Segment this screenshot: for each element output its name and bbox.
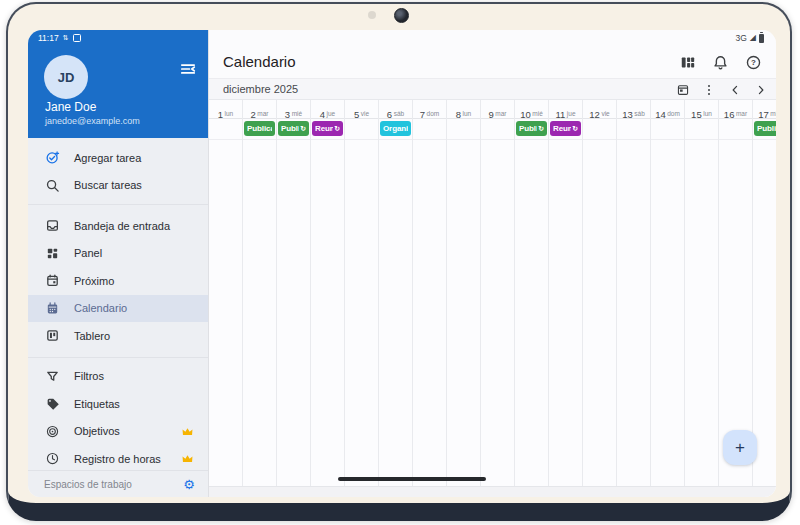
kebab-menu-icon (702, 83, 716, 97)
event-label: Public (519, 124, 537, 133)
event-label: Public (281, 124, 299, 133)
avatar[interactable]: JD (44, 55, 88, 99)
day-cell[interactable] (515, 140, 548, 487)
collapse-sidebar-button[interactable] (178, 60, 198, 80)
calendar-event[interactable]: Reuni↻ (312, 121, 343, 136)
event-slot (447, 119, 480, 140)
calendar-event[interactable]: Reuni↻ (550, 121, 581, 136)
calendar-event[interactable]: Public↻ (278, 121, 309, 136)
day-cell[interactable] (277, 140, 310, 487)
sidebar-item-calendario[interactable]: Calendario (28, 295, 208, 323)
day-column: 14dom (651, 100, 685, 487)
calendar-event[interactable]: Publicar (244, 121, 275, 136)
notification-app-icon (73, 34, 81, 42)
day-header[interactable]: 16mar (719, 100, 752, 119)
sidebar-item-buscar-tareas[interactable]: Buscar tareas (28, 172, 208, 200)
sidebar-item-agregar-tarea[interactable]: Agregar tarea (28, 144, 208, 172)
gesture-bar[interactable] (338, 477, 486, 481)
day-column: 5vie (345, 100, 379, 487)
day-name: mié (292, 110, 302, 117)
day-column: 17miéPublicar (753, 100, 776, 487)
sidebar-item-objetivos[interactable]: Objetivos (28, 418, 208, 446)
day-header[interactable]: 3mié (277, 100, 310, 119)
calendar-icon (44, 300, 60, 316)
day-cell[interactable] (447, 140, 480, 487)
view-switcher-button[interactable] (679, 54, 696, 71)
help-button[interactable]: ? (745, 54, 762, 71)
period-label: diciembre 2025 (223, 79, 298, 100)
camera-dot (394, 8, 409, 23)
day-cell[interactable] (209, 140, 242, 487)
day-cell[interactable] (549, 140, 582, 487)
day-header[interactable]: 5vie (345, 100, 378, 119)
sidebar-quick-actions: Agregar tareaBuscar tareas (28, 138, 208, 205)
event-slot: Public↻ (277, 119, 310, 140)
event-label: Reuni (315, 124, 333, 133)
day-cell[interactable] (685, 140, 718, 487)
day-header[interactable]: 2mar (243, 100, 276, 119)
add-task-fab[interactable]: + (723, 430, 757, 465)
day-header[interactable]: 11jue (549, 100, 582, 119)
repeat-icon: ↻ (300, 125, 306, 133)
sidebar-item-etiquetas[interactable]: Etiquetas (28, 390, 208, 418)
day-cell[interactable] (379, 140, 412, 487)
day-header[interactable]: 15lun (685, 100, 718, 119)
event-slot (719, 119, 752, 140)
repeat-icon: ↻ (538, 125, 544, 133)
day-header[interactable]: 14dom (651, 100, 684, 119)
day-cell[interactable] (345, 140, 378, 487)
day-column: 3miéPublic↻ (277, 100, 311, 487)
day-cell[interactable] (583, 140, 616, 487)
sidebar-item-registro-de-horas[interactable]: Registro de horas (28, 445, 208, 473)
day-cell[interactable] (651, 140, 684, 487)
day-column: 15lun (685, 100, 719, 487)
next-button[interactable] (753, 82, 768, 97)
screen: 11:17 ⇅ 3G ◢ JD Jane Doe janedoe@example… (28, 30, 776, 497)
day-cell[interactable] (311, 140, 344, 487)
sidebar-item-filtros[interactable]: Filtros (28, 363, 208, 391)
network-type-label: 3G (736, 33, 747, 43)
app-header: Calendario (209, 48, 776, 78)
calendar-event[interactable]: Publicar (754, 121, 776, 136)
day-cell[interactable] (753, 140, 776, 487)
day-column: 9mar (481, 100, 515, 487)
day-header[interactable]: 4jue (311, 100, 344, 119)
prev-button[interactable] (727, 82, 742, 97)
day-header[interactable]: 17mié (753, 100, 776, 119)
sidebar-item-proximo[interactable]: Próximo (28, 267, 208, 295)
event-slot: Reuni↻ (311, 119, 344, 140)
day-cell[interactable] (243, 140, 276, 487)
sidebar-item-bandeja-de-entrada[interactable]: Bandeja de entrada (28, 212, 208, 240)
day-column: 4jueReuni↻ (311, 100, 345, 487)
sidebar-item-label: Filtros (74, 370, 104, 382)
more-options-button[interactable] (701, 82, 716, 97)
day-header[interactable]: 10mié (515, 100, 548, 119)
day-header[interactable]: 1lun (209, 100, 242, 119)
day-name: sáb (394, 110, 404, 117)
day-header[interactable]: 6sáb (379, 100, 412, 119)
day-name: lun (703, 110, 712, 117)
notifications-button[interactable] (712, 54, 729, 71)
user-name: Jane Doe (45, 100, 96, 114)
day-cell[interactable] (481, 140, 514, 487)
day-cell[interactable] (413, 140, 446, 487)
calendar-event[interactable]: Organiza (380, 121, 411, 136)
day-header[interactable]: 13sáb (617, 100, 650, 119)
day-column: 16mar (719, 100, 753, 487)
day-name: jue (567, 110, 576, 117)
bell-icon (712, 54, 729, 71)
sidebar-item-tablero[interactable]: Tablero (28, 322, 208, 350)
day-cell[interactable] (617, 140, 650, 487)
day-header[interactable]: 7dom (413, 100, 446, 119)
day-header[interactable]: 8lun (447, 100, 480, 119)
workspaces-footer[interactable]: Espacios de trabajo ⚙ (28, 470, 208, 497)
sidebar-nav: Bandeja de entradaPanelPróximoCalendario… (28, 205, 208, 358)
calendar-event[interactable]: Public↻ (516, 121, 547, 136)
day-header[interactable]: 12vie (583, 100, 616, 119)
sidebar-item-label: Tablero (74, 330, 110, 342)
sidebar-item-panel[interactable]: Panel (28, 240, 208, 268)
table-view-icon (679, 54, 696, 71)
day-header[interactable]: 9mar (481, 100, 514, 119)
today-button[interactable] (675, 82, 690, 97)
gear-icon[interactable]: ⚙ (183, 478, 195, 491)
